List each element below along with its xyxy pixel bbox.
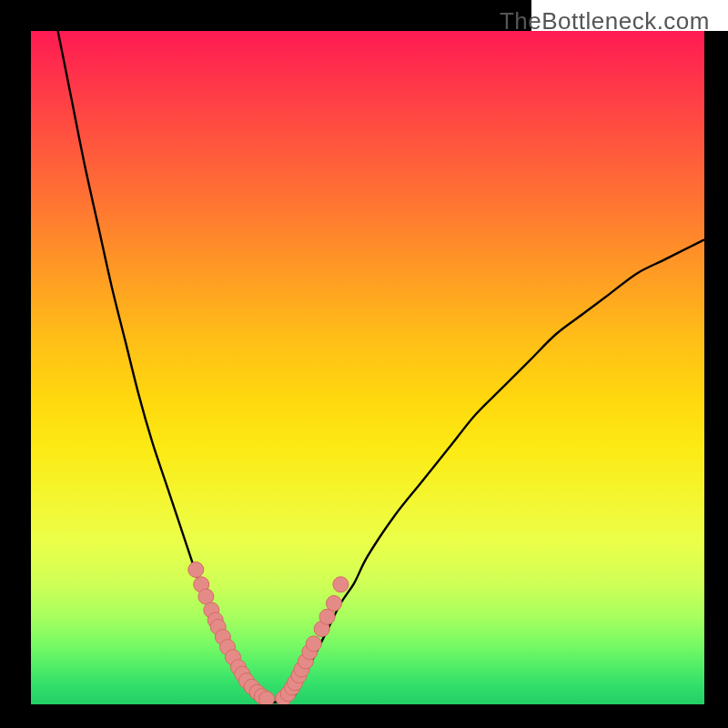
dot-cluster-left [188,562,275,705]
data-dot [306,636,321,652]
data-dot [327,596,342,612]
curve-left-branch [58,31,254,698]
data-dot [333,577,349,592]
dot-cluster-right [276,577,349,704]
data-dot [259,692,275,704]
data-dot [188,562,204,578]
chart-svg [31,31,704,704]
watermark-text: TheBottleneck.com [500,7,710,35]
curve-right-branch [294,239,704,697]
chart-outer-frame: TheBottleneck.com [0,0,728,728]
plot-area [31,31,704,704]
